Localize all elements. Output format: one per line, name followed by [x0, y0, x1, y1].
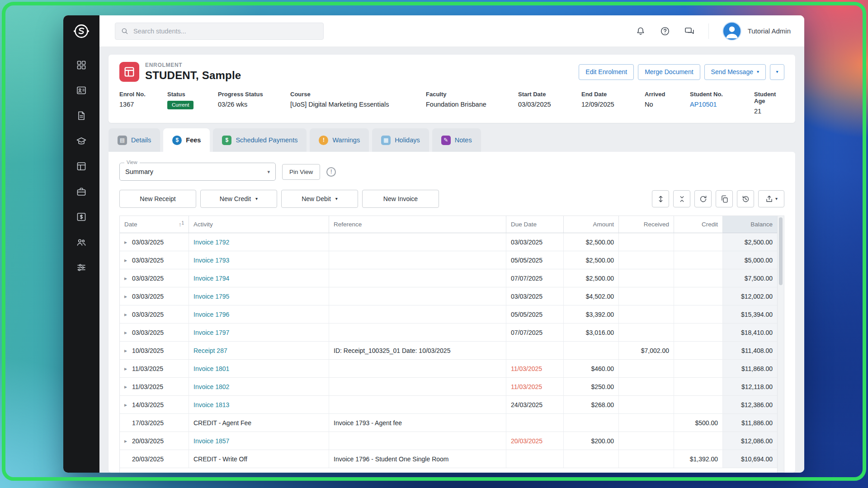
activity-link[interactable]: Invoice 1857	[193, 437, 229, 445]
tab-warnings[interactable]: !Warnings	[310, 128, 369, 152]
activity-link[interactable]: Invoice 1794	[193, 275, 229, 282]
expand-rows-button[interactable]	[652, 190, 669, 207]
staff-icon[interactable]	[76, 237, 87, 248]
student-contacts-icon[interactable]	[76, 85, 87, 96]
activity-link[interactable]: Invoice 1813	[193, 401, 229, 408]
cell-due_date: 05/05/2025	[506, 305, 564, 324]
column-header-credit[interactable]: Credit	[674, 216, 723, 233]
column-header-date[interactable]: Date↑1	[120, 216, 189, 233]
row-expand-icon[interactable]: ▸	[124, 384, 132, 390]
student-no-link[interactable]: AP10501	[690, 101, 717, 108]
search-input[interactable]	[133, 28, 318, 35]
collapse-rows-button[interactable]	[673, 190, 690, 207]
activity-link[interactable]: Invoice 1792	[193, 239, 229, 246]
table-row[interactable]: ▸03/03/2025Invoice 179407/07/2025$2,500.…	[120, 269, 777, 287]
documents-icon[interactable]	[76, 110, 87, 121]
view-select-label: View	[124, 160, 140, 165]
enrolments-icon[interactable]	[76, 161, 87, 172]
new-credit-button[interactable]: New Credit▾	[200, 190, 277, 208]
table-row[interactable]: ▸03/03/2025Invoice 179203/03/2025$2,500.…	[120, 233, 777, 251]
new-debit-button[interactable]: New Debit▾	[281, 190, 358, 208]
settings-icon[interactable]	[76, 262, 87, 273]
row-expand-icon[interactable]: ▸	[124, 311, 132, 318]
row-expand-icon[interactable]: ▸	[124, 257, 132, 263]
send-message-button[interactable]: Send Message▾	[704, 64, 766, 80]
notifications-icon[interactable]	[635, 26, 646, 37]
agents-icon[interactable]	[76, 186, 87, 197]
cell-text: 11/03/2025	[511, 365, 542, 372]
activity-text: CREDIT - Write Off	[193, 455, 247, 463]
courses-icon[interactable]	[76, 136, 87, 146]
row-expand-icon[interactable]: ▸	[124, 239, 132, 245]
table-row[interactable]: ▸03/03/2025Invoice 179707/07/2025$3,016.…	[120, 324, 777, 342]
row-expand-icon[interactable]: ▸	[124, 438, 132, 444]
activity-link[interactable]: Invoice 1796	[193, 311, 229, 318]
tab-fees[interactable]: $Fees	[163, 128, 210, 152]
table-row[interactable]: ▸03/03/2025Invoice 179605/05/2025$3,392.…	[120, 305, 777, 324]
column-header-balance[interactable]: Balance	[723, 216, 777, 233]
tab-details[interactable]: ▤Details	[108, 128, 160, 152]
pin-view-button[interactable]: Pin View	[282, 164, 320, 180]
tab-scheduled-payments[interactable]: $Scheduled Payments	[213, 128, 307, 152]
row-expand-icon[interactable]: ▸	[124, 402, 132, 408]
dashboard-icon[interactable]	[76, 60, 87, 70]
info-label: Progress Status	[218, 91, 287, 98]
avatar[interactable]	[722, 22, 741, 41]
edit-enrolment-button[interactable]: Edit Enrolment	[579, 64, 634, 80]
merge-document-button[interactable]: Merge Document	[638, 64, 700, 80]
tab-holidays[interactable]: ▦Holidays	[372, 128, 429, 152]
cell-amount	[564, 414, 619, 432]
column-header-due_date[interactable]: Due Date	[506, 216, 564, 233]
finance-icon[interactable]	[76, 211, 87, 222]
help-icon[interactable]	[660, 26, 670, 37]
column-header-activity[interactable]: Activity	[189, 216, 329, 233]
activity-link[interactable]: Invoice 1793	[193, 257, 229, 264]
info-icon[interactable]: !	[326, 167, 336, 177]
more-actions-button[interactable]: ▾	[770, 64, 784, 80]
app-logo[interactable]	[63, 15, 99, 47]
activity-link[interactable]: Receipt 287	[193, 347, 227, 354]
column-header-reference[interactable]: Reference	[329, 216, 506, 233]
refresh-button[interactable]	[694, 190, 712, 207]
table-row[interactable]: ▸03/03/2025Invoice 179503/03/2025$4,502.…	[120, 287, 777, 305]
copy-button[interactable]	[716, 190, 733, 207]
row-expand-icon[interactable]: ▸	[124, 329, 132, 336]
view-select[interactable]: View Summary ▾	[119, 163, 276, 181]
cell-amount: $2,500.00	[564, 251, 619, 269]
new-receipt-button[interactable]: New Receipt	[119, 190, 196, 208]
table-row[interactable]: ▸14/03/2025Invoice 181324/03/2025$268.00…	[120, 396, 777, 414]
table-scrollbar-thumb[interactable]	[779, 217, 783, 285]
table-row[interactable]: ▸10/03/2025Receipt 287ID: Receipt_100325…	[120, 342, 777, 360]
new-invoice-button[interactable]: New Invoice	[362, 190, 439, 208]
cell-date: ▸03/03/2025	[120, 269, 189, 287]
activity-link[interactable]: Invoice 1801	[193, 365, 229, 372]
caret-down-icon: ▾	[255, 197, 258, 201]
cell-reference: ID: Receipt_100325_01 Date: 10/03/2025	[329, 342, 506, 360]
table-row[interactable]: 20/03/2025CREDIT - Write OffInvoice 1796…	[120, 450, 777, 468]
messages-icon[interactable]	[684, 26, 695, 37]
notes-icon: ✎	[441, 136, 451, 145]
activity-link[interactable]: Invoice 1795	[193, 293, 229, 300]
activity-link[interactable]: Invoice 1797	[193, 329, 229, 336]
table-row[interactable]: ▸11/03/2025Invoice 180211/03/2025$250.00…	[120, 378, 777, 396]
column-header-amount[interactable]: Amount	[564, 216, 619, 233]
cell-text: 11/03/2025	[132, 383, 163, 390]
table-row[interactable]: ▸20/03/2025Invoice 185720/03/2025$200.00…	[120, 432, 777, 450]
row-expand-icon[interactable]: ▸	[124, 347, 132, 354]
cell-text: $1,392.00	[690, 455, 718, 463]
row-expand-icon[interactable]: ▸	[124, 366, 132, 372]
cell-text: ID: Receipt_100325_01 Date: 10/03/2025	[334, 347, 450, 354]
row-expand-icon[interactable]: ▸	[124, 293, 132, 300]
export-button[interactable]: ▾	[758, 190, 784, 207]
tab-notes[interactable]: ✎Notes	[432, 128, 481, 152]
table-row[interactable]: ▸11/03/2025Invoice 180111/03/2025$460.00…	[120, 360, 777, 378]
sort-indicator[interactable]: ↑1	[179, 221, 184, 227]
table-scrollbar[interactable]	[778, 216, 784, 473]
row-expand-icon[interactable]: ▸	[124, 275, 132, 282]
table-row[interactable]: 17/03/2025CREDIT - Agent FeeInvoice 1793…	[120, 414, 777, 432]
activity-link[interactable]: Invoice 1802	[193, 383, 229, 390]
user-menu[interactable]: Tutorial Admin	[722, 22, 791, 41]
column-header-received[interactable]: Received	[619, 216, 674, 233]
history-button[interactable]	[737, 190, 754, 207]
table-row[interactable]: ▸03/03/2025Invoice 179305/05/2025$2,500.…	[120, 251, 777, 269]
